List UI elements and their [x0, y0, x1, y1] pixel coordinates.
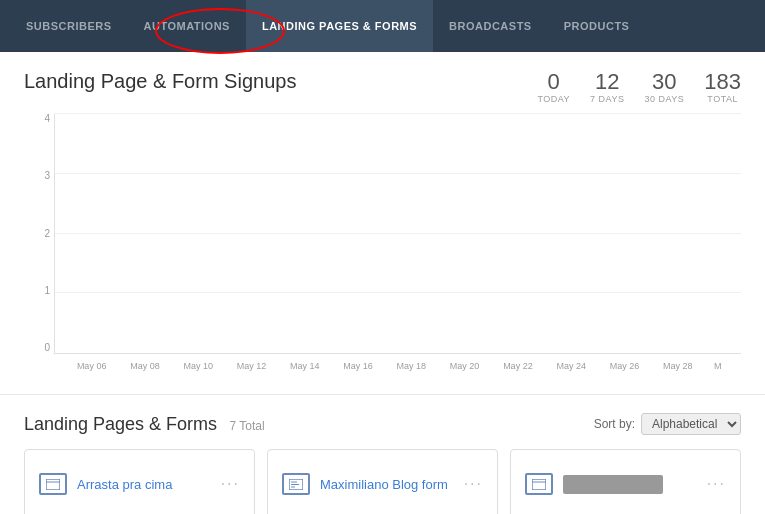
x-label-0: May 06	[65, 361, 118, 371]
nav-subscribers[interactable]: SUBSCRIBERS	[10, 0, 128, 52]
stat-total-label: TOTAL	[704, 94, 741, 104]
card-name-arrasta[interactable]: Arrasta pra cima	[77, 477, 172, 492]
x-label-7: May 20	[438, 361, 491, 371]
y-label-1: 1	[25, 286, 50, 296]
stat-total: 183 TOTAL	[704, 70, 741, 104]
lp-section: Landing Pages & Forms 7 Total Sort by: A…	[0, 395, 765, 514]
stat-30days-label: 30 DAYS	[644, 94, 684, 104]
card-maximiliano: Maximiliano Blog form ···	[267, 449, 498, 514]
card-icon-landing	[39, 473, 67, 495]
chart-container: 0 1 2 3 4 May 06May 08May 10May 12May 14…	[0, 114, 765, 384]
sort-by: Sort by: Alphabetical	[594, 413, 741, 435]
stats-numbers: 0 TODAY 12 7 DAYS 30 30 DAYS 183 TOTAL	[537, 70, 741, 104]
card-left-blurred: ██████████	[525, 473, 663, 495]
stat-30days-value: 30	[644, 70, 684, 94]
x-label-10: May 26	[598, 361, 651, 371]
card-menu-arrasta[interactable]: ···	[221, 475, 240, 493]
sort-label: Sort by:	[594, 417, 635, 431]
stat-7days: 12 7 DAYS	[590, 70, 624, 104]
nav-products[interactable]: PRODUCTS	[548, 0, 646, 52]
stat-7days-value: 12	[590, 70, 624, 94]
svg-rect-6	[532, 479, 546, 490]
x-label-11: May 28	[651, 361, 704, 371]
x-label-8: May 22	[491, 361, 544, 371]
card-icon-blurred	[525, 473, 553, 495]
nav-landing-pages[interactable]: LANDING PAGES & FORMS	[246, 0, 433, 52]
card-name-maximiliano[interactable]: Maximiliano Blog form	[320, 477, 448, 492]
nav-automations[interactable]: AUTOMATIONS	[128, 0, 246, 52]
y-label-2: 2	[25, 229, 50, 239]
x-label-6: May 18	[385, 361, 438, 371]
card-arrasta: Arrasta pra cima ···	[24, 449, 255, 514]
lp-count: 7 Total	[230, 419, 265, 433]
lp-title-group: Landing Pages & Forms 7 Total	[24, 414, 265, 435]
card-icon-form	[282, 473, 310, 495]
cards-row: Arrasta pra cima ··· Maximiliano Blog fo…	[24, 449, 741, 514]
nav-bar: SUBSCRIBERS AUTOMATIONS LANDING PAGES & …	[0, 0, 765, 52]
card-left-maximiliano: Maximiliano Blog form	[282, 473, 448, 495]
card-left-arrasta: Arrasta pra cima	[39, 473, 172, 495]
stat-today-label: TODAY	[537, 94, 570, 104]
x-label-2: May 10	[172, 361, 225, 371]
nav-broadcasts[interactable]: BROADCASTS	[433, 0, 548, 52]
stat-today-value: 0	[537, 70, 570, 94]
lp-header: Landing Pages & Forms 7 Total Sort by: A…	[24, 413, 741, 435]
x-label-3: May 12	[225, 361, 278, 371]
card-menu-blurred[interactable]: ···	[707, 475, 726, 493]
card-menu-maximiliano[interactable]: ···	[464, 475, 483, 493]
x-label-4: May 14	[278, 361, 331, 371]
x-label-5: May 16	[331, 361, 384, 371]
x-label-9: May 24	[545, 361, 598, 371]
page-title: Landing Page & Form Signups	[24, 70, 296, 93]
y-label-3: 3	[25, 171, 50, 181]
y-label-4: 4	[25, 114, 50, 124]
stat-30days: 30 30 DAYS	[644, 70, 684, 104]
lp-title: Landing Pages & Forms	[24, 414, 217, 434]
card-name-blurred: ██████████	[563, 475, 663, 494]
svg-rect-0	[46, 479, 60, 490]
stat-today: 0 TODAY	[537, 70, 570, 104]
stat-total-value: 183	[704, 70, 741, 94]
sort-select[interactable]: Alphabetical	[641, 413, 741, 435]
x-labels: May 06May 08May 10May 12May 14May 16May …	[55, 361, 741, 371]
x-label-12: M	[704, 361, 731, 371]
stats-header: Landing Page & Form Signups 0 TODAY 12 7…	[0, 52, 765, 114]
chart-area: 0 1 2 3 4 May 06May 08May 10May 12May 14…	[54, 114, 741, 354]
x-label-1: May 08	[118, 361, 171, 371]
stat-7days-label: 7 DAYS	[590, 94, 624, 104]
bars-wrapper	[55, 114, 741, 353]
y-label-0: 0	[25, 343, 50, 353]
y-axis: 0 1 2 3 4	[25, 114, 50, 353]
card-blurred: ██████████ ···	[510, 449, 741, 514]
